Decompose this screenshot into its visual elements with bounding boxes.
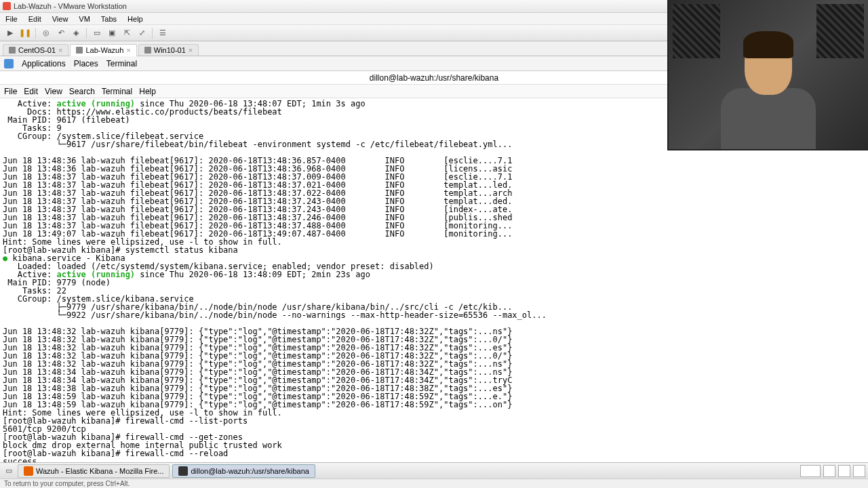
taskbar-firefox[interactable]: Wazuh - Elastic Kibana - Mozilla Fire... (18, 464, 170, 478)
status-text: To return to your computer, press Ctrl+A… (4, 480, 130, 487)
revert-button[interactable]: ↶ (55, 27, 67, 39)
menu-vm[interactable]: VM (76, 15, 93, 23)
pause-button[interactable]: ❚❚ (19, 27, 31, 39)
snapshot-mgr-button[interactable]: ◈ (70, 27, 82, 39)
menu-edit[interactable]: Edit (26, 15, 44, 23)
close-icon[interactable]: × (58, 46, 62, 54)
console-button[interactable]: ⇱ (121, 27, 133, 39)
menu-help[interactable]: Help (125, 15, 146, 23)
terminal-icon (178, 466, 188, 476)
term-menu-file[interactable]: File (4, 87, 17, 96)
snapshot-button[interactable]: ◎ (40, 27, 52, 39)
gnome-terminal[interactable]: Terminal (106, 59, 137, 68)
power-button[interactable]: ▶ (4, 27, 16, 39)
term-menu-view[interactable]: View (45, 87, 62, 96)
tab-win10[interactable]: Win10-01× (138, 44, 199, 56)
gnome-applications[interactable]: Applications (22, 59, 66, 68)
gnome-taskbar: ▭ Wazuh - Elastic Kibana - Mozilla Fire.… (0, 462, 868, 479)
vmware-statusbar: To return to your computer, press Ctrl+A… (0, 479, 868, 488)
fullscreen-button[interactable]: ▭ (91, 27, 103, 39)
term-menu-edit[interactable]: Edit (24, 87, 38, 96)
close-icon[interactable]: × (126, 46, 130, 54)
gnome-places[interactable]: Places (74, 59, 98, 68)
stretch-button[interactable]: ⤢ (136, 27, 148, 39)
vmware-icon (3, 2, 11, 10)
tray-item-3[interactable] (853, 465, 865, 477)
terminal-output[interactable]: Active: active (running) since Thu 2020-… (0, 98, 868, 476)
gnome-menu-icon[interactable] (4, 59, 14, 68)
menu-tabs[interactable]: Tabs (98, 15, 119, 23)
tray-item-2[interactable] (838, 465, 850, 477)
taskbar-terminal[interactable]: dillon@lab-wazuh:/usr/share/kibana (172, 464, 315, 478)
webcam-overlay (667, 0, 868, 150)
term-menu-search[interactable]: Search (69, 87, 95, 96)
library-button[interactable]: ☰ (157, 27, 169, 39)
menu-file[interactable]: File (3, 15, 20, 23)
menu-view[interactable]: View (50, 15, 71, 23)
firefox-icon (24, 466, 33, 476)
unity-button[interactable]: ▣ (106, 27, 118, 39)
term-menu-help[interactable]: Help (139, 87, 156, 96)
term-menu-terminal[interactable]: Terminal (102, 87, 132, 96)
tray-input[interactable] (800, 465, 821, 477)
tray-item[interactable] (823, 465, 835, 477)
tab-lab-wazuh[interactable]: Lab-Wazuh× (70, 44, 136, 56)
window-title: Lab-Wazuh - VMware Workstation (14, 2, 127, 10)
close-icon[interactable]: × (189, 46, 193, 54)
tab-centos[interactable]: CentOS-01× (3, 44, 68, 56)
show-desktop-button[interactable]: ▭ (3, 465, 15, 477)
